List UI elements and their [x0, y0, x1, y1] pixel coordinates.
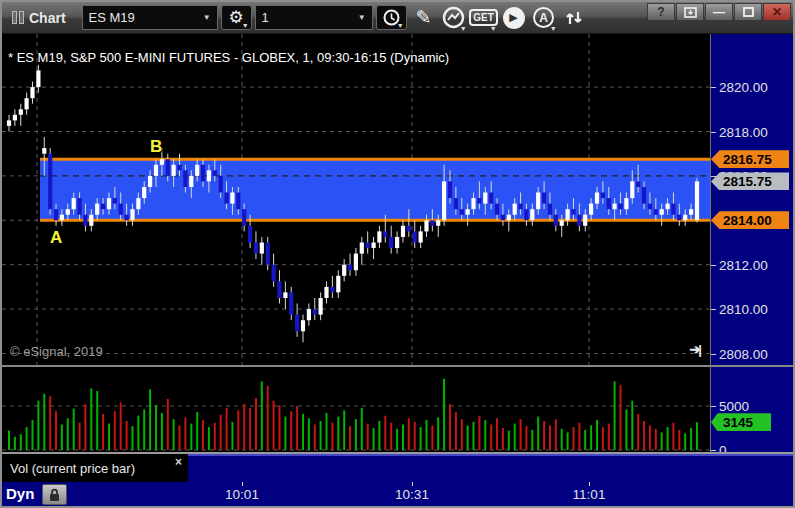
goto-latest-bar-icon[interactable]: ➔| — [689, 342, 700, 357]
chevron-down-icon: ▼ — [550, 25, 557, 32]
interval-value: 1 — [262, 10, 269, 25]
price-tick-mark — [711, 176, 716, 177]
studies-button[interactable]: ▼ — [440, 5, 468, 31]
time-tick-mark — [589, 482, 590, 486]
candlestick-svg — [2, 34, 710, 365]
time-lock-button[interactable] — [42, 484, 67, 505]
symbol-settings-button[interactable]: ⚙ ▼ — [221, 5, 252, 30]
play-button[interactable]: ▶ — [500, 5, 528, 31]
volume-plot — [2, 367, 710, 452]
get-icon: GET — [469, 9, 498, 26]
pencil-icon: ✎ — [416, 6, 432, 29]
study-title-strip: Vol (current price bar) × — [2, 452, 793, 482]
price-chart-pane[interactable]: * ES M19, S&P 500 E-MINI FUTURES - GLOBE… — [2, 34, 710, 365]
window-title: Chart — [29, 10, 66, 26]
price-tick-mark — [711, 132, 716, 133]
help-button[interactable]: ? — [647, 3, 675, 21]
chart-window-icon — [12, 11, 24, 24]
time-tick-mark — [412, 482, 413, 486]
price-tick-mark — [711, 265, 716, 266]
price-tick-mark — [711, 309, 716, 310]
volume-study-label: Vol (current price bar) — [10, 461, 135, 476]
maximize-icon — [743, 7, 754, 17]
time-axis[interactable]: Dyn 10:0110:3111:01 — [2, 482, 793, 507]
current-bar-volume-badge: 3145 — [711, 413, 771, 431]
price-tick-label: 2808.00 — [719, 346, 768, 361]
padlock-icon — [48, 488, 61, 502]
get-data-button[interactable]: GET ▼ — [470, 5, 498, 31]
chart-window: Chart ES M19 ▼ ⚙ ▼ 1 ▼ ▼ ✎ ▼ GET ▼ ▶ — [0, 0, 795, 508]
volume-pane[interactable] — [2, 367, 710, 452]
chevron-down-icon: ▼ — [195, 13, 211, 22]
price-tick-mark — [711, 87, 716, 88]
dock-icon — [684, 7, 697, 18]
annotation-button[interactable]: A ▼ — [530, 5, 558, 31]
price-tick-mark — [711, 354, 716, 355]
candles-plot[interactable] — [2, 34, 710, 365]
swap-arrows-icon — [564, 8, 584, 28]
volume-svg — [2, 367, 710, 452]
volume-study-title: Vol (current price bar) × — [2, 454, 188, 482]
chevron-down-icon: ▼ — [460, 25, 467, 32]
esignal-watermark: © eSignal, 2019 — [10, 344, 103, 359]
symbol-dropdown[interactable]: ES M19 ▼ — [82, 5, 218, 30]
chevron-down-icon: ▼ — [350, 13, 366, 22]
time-tick-label: 10:31 — [395, 487, 429, 502]
time-tick-label: 10:01 — [225, 487, 259, 502]
price-tick-label: 2812.00 — [719, 257, 768, 272]
symbol-value: ES M19 — [89, 10, 135, 25]
dock-button[interactable] — [676, 3, 704, 21]
minimize-button[interactable]: — — [705, 3, 733, 21]
volume-tick-label: 0 — [719, 443, 727, 453]
volume-axis[interactable]: 500003145 — [710, 367, 793, 452]
window-controls: ? — ✕ — [647, 3, 791, 21]
zone-top-price-badge: 2816.75 — [711, 150, 789, 168]
refresh-button[interactable] — [560, 5, 588, 31]
price-axis[interactable]: 2820.002818.002816.002814.002812.002810.… — [710, 34, 793, 365]
price-tick-label: 2810.00 — [719, 302, 768, 317]
chevron-down-icon: ▼ — [242, 22, 249, 29]
strip-highlight — [188, 454, 793, 456]
rectangle-zone — [40, 159, 710, 220]
annotation-label-a[interactable]: A — [50, 228, 62, 248]
time-template-button[interactable]: ▼ — [376, 5, 407, 30]
time-tick-label: 11:01 — [573, 487, 606, 502]
price-tick-label: 2818.00 — [719, 124, 768, 139]
price-tick-label: 2820.00 — [719, 80, 768, 95]
zone-bottom-price-badge: 2814.00 — [711, 211, 789, 229]
time-tick-mark — [242, 482, 243, 486]
interval-dropdown[interactable]: 1 ▼ — [255, 5, 373, 30]
last-price-badge: 2815.75 — [711, 172, 789, 190]
draw-tools-button[interactable]: ✎ — [410, 5, 438, 31]
maximize-button[interactable] — [734, 3, 762, 21]
annotation-label-b[interactable]: B — [150, 137, 162, 157]
chart-symbol-header: * ES M19, S&P 500 E-MINI FUTURES - GLOBE… — [8, 50, 449, 65]
chevron-down-icon: ▼ — [490, 25, 497, 32]
play-icon: ▶ — [503, 7, 525, 29]
chevron-down-icon: ▼ — [397, 22, 404, 29]
dynamic-mode-label: Dyn — [6, 485, 34, 502]
close-study-icon[interactable]: × — [175, 455, 182, 469]
volume-tick-label: 5000 — [719, 399, 749, 414]
titlebar[interactable]: Chart ES M19 ▼ ⚙ ▼ 1 ▼ ▼ ✎ ▼ GET ▼ ▶ — [2, 2, 793, 34]
close-button[interactable]: ✕ — [763, 3, 791, 21]
volume-tick-mark — [711, 450, 716, 451]
volume-tick-mark — [711, 406, 716, 407]
